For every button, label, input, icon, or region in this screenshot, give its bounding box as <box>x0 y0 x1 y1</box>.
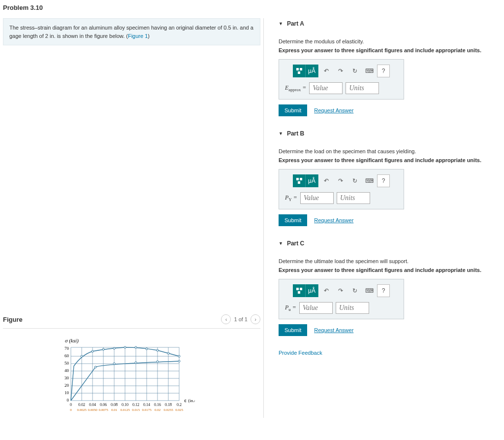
provide-feedback-link[interactable]: Provide Feedback <box>279 350 496 356</box>
figure-link[interactable]: Figure 1 <box>128 33 148 39</box>
svg-point-30 <box>135 346 137 348</box>
svg-rect-71 <box>298 291 300 294</box>
svg-text:0.14: 0.14 <box>143 403 150 407</box>
page-header: Problem 3.10 <box>0 0 504 18</box>
units-icon[interactable]: μÅ <box>306 174 318 187</box>
svg-text:0.10: 0.10 <box>122 403 128 407</box>
undo-icon[interactable]: ↶ <box>320 284 333 297</box>
part-c-request-answer[interactable]: Request Answer <box>314 327 353 333</box>
help-icon[interactable]: ? <box>377 284 390 297</box>
part-b-variable: PY = <box>285 194 297 202</box>
keyboard-icon[interactable]: ⌨ <box>363 65 376 77</box>
units-icon[interactable]: μÅ <box>306 284 318 297</box>
keyboard-icon[interactable]: ⌨ <box>363 284 376 297</box>
part-a-value-input[interactable] <box>309 82 343 94</box>
svg-text:0: 0 <box>70 403 72 407</box>
part-b-submit-button[interactable]: Submit <box>279 214 307 226</box>
keyboard-icon[interactable]: ⌨ <box>363 174 376 187</box>
template-icon[interactable] <box>293 284 306 297</box>
part-c-submit-button[interactable]: Submit <box>279 324 307 336</box>
part-c-value-input[interactable] <box>299 302 333 314</box>
caret-down-icon: ▼ <box>279 131 283 136</box>
part-c-answer-box: μÅ ↶ ↷ ↻ ⌨ ? Pu = <box>279 279 404 319</box>
part-c-title: Part C <box>287 240 304 247</box>
figure-next-button[interactable]: › <box>251 314 260 324</box>
figure-label: Figure <box>3 316 23 323</box>
part-a-units-input[interactable] <box>346 82 379 94</box>
part-c-instruct: Express your answer to three significant… <box>279 267 496 273</box>
figure-nav: ‹ 1 of 1 › <box>221 314 260 324</box>
template-icon[interactable] <box>293 174 306 187</box>
part-b-title: Part B <box>287 130 304 137</box>
part-a: ▼ Part A Determine the modulus of elasti… <box>279 18 496 116</box>
redo-icon[interactable]: ↷ <box>334 284 347 297</box>
part-a-variable: Eapprox = <box>285 84 306 92</box>
part-b-units-input[interactable] <box>337 192 370 204</box>
reset-icon[interactable]: ↻ <box>348 65 361 77</box>
template-icon[interactable] <box>293 65 306 77</box>
svg-point-35 <box>94 366 96 368</box>
answer-toolbar: μÅ ↶ ↷ ↻ ⌨ ? <box>285 65 398 77</box>
figure-section: Figure ‹ 1 of 1 › σ (ksi) 0 10 20 30 <box>3 311 260 418</box>
svg-point-38 <box>157 361 158 363</box>
part-b-instruct: Express your answer to three significant… <box>279 157 496 163</box>
part-c-header[interactable]: ▼ Part C <box>279 238 496 252</box>
svg-point-34 <box>178 355 180 357</box>
redo-icon[interactable]: ↷ <box>334 65 347 77</box>
help-icon[interactable]: ? <box>377 65 390 77</box>
svg-point-36 <box>113 363 115 365</box>
svg-text:0.12: 0.12 <box>132 403 139 407</box>
figure-counter: 1 of 1 <box>234 316 248 322</box>
svg-point-29 <box>124 346 126 348</box>
part-a-prompt: Determine the modulus of elasticity. <box>279 38 496 44</box>
part-b-answer-box: μÅ ↶ ↷ ↻ ⌨ ? PY = <box>279 169 404 209</box>
svg-text:0.18: 0.18 <box>165 403 172 407</box>
svg-text:60: 60 <box>64 353 69 358</box>
svg-text:0.0255: 0.0255 <box>163 408 173 412</box>
part-a-submit-button[interactable]: Submit <box>279 104 307 116</box>
svg-text:0: 0 <box>67 398 69 403</box>
svg-text:0.0050: 0.0050 <box>88 408 97 412</box>
svg-point-37 <box>135 362 137 364</box>
svg-point-27 <box>102 348 104 350</box>
svg-rect-65 <box>298 71 300 74</box>
units-icon[interactable]: μÅ <box>306 65 318 77</box>
svg-point-26 <box>92 350 94 352</box>
svg-text:0.02: 0.02 <box>155 408 161 412</box>
svg-text:0: 0 <box>70 408 72 412</box>
svg-text:0.04: 0.04 <box>89 403 96 407</box>
part-c: ▼ Part C Determine the ultimate load the… <box>279 238 496 336</box>
svg-text:10: 10 <box>64 390 69 395</box>
redo-icon[interactable]: ↷ <box>334 174 347 187</box>
svg-text:30: 30 <box>64 375 69 380</box>
answer-toolbar: μÅ ↶ ↷ ↻ ⌨ ? <box>285 174 398 187</box>
stress-strain-chart: σ (ksi) 0 10 20 30 40 50 60 70 <box>3 336 260 418</box>
problem-statement: The stress–strain diagram for an aluminu… <box>3 18 260 45</box>
svg-rect-67 <box>300 178 302 180</box>
svg-text:ϵ (in./in.): ϵ (in./in.) <box>184 398 195 403</box>
part-b-value-input[interactable] <box>300 192 334 204</box>
svg-text:50: 50 <box>64 361 69 366</box>
svg-text:0.2: 0.2 <box>177 403 182 407</box>
svg-text:0.0125: 0.0125 <box>120 408 130 412</box>
caret-down-icon: ▼ <box>279 241 283 246</box>
part-a-title: Part A <box>287 20 304 27</box>
help-icon[interactable]: ? <box>377 174 390 187</box>
reset-icon[interactable]: ↻ <box>348 174 361 187</box>
part-b-header[interactable]: ▼ Part B <box>279 128 496 142</box>
figure-prev-button[interactable]: ‹ <box>221 314 231 324</box>
reset-icon[interactable]: ↻ <box>348 284 361 297</box>
svg-text:0.08: 0.08 <box>111 403 118 407</box>
undo-icon[interactable]: ↶ <box>320 65 333 77</box>
svg-rect-64 <box>300 68 302 70</box>
part-b-request-answer[interactable]: Request Answer <box>314 217 353 223</box>
svg-rect-69 <box>296 288 299 290</box>
part-a-request-answer[interactable]: Request Answer <box>314 107 353 113</box>
svg-text:0.0025: 0.0025 <box>77 408 87 412</box>
part-a-header[interactable]: ▼ Part A <box>279 18 496 33</box>
svg-point-32 <box>157 349 158 351</box>
undo-icon[interactable]: ↶ <box>320 174 333 187</box>
problem-title: Problem 3.10 <box>3 4 501 11</box>
part-c-units-input[interactable] <box>336 302 369 314</box>
svg-text:70: 70 <box>64 346 69 351</box>
